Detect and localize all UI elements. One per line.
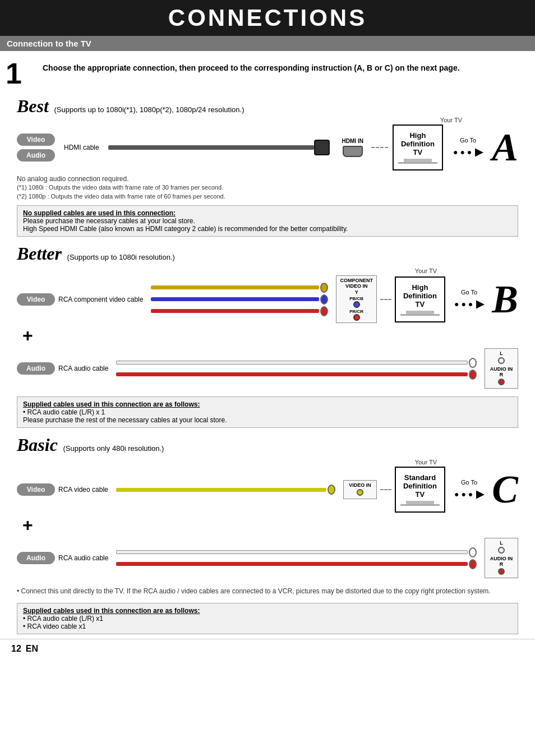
- better-audio-row: Audio RCA audio cable L AUDIO IN R: [17, 348, 518, 389]
- basic-video-cable: [116, 485, 335, 495]
- better-audio-port: L AUDIO IN R: [485, 348, 518, 389]
- basic-bottom-note: • Connect this unit directly to the TV. …: [11, 582, 524, 598]
- best-label: Best: [17, 96, 49, 116]
- basic-audio-cable: [116, 547, 477, 569]
- better-goto-label: Go To: [461, 289, 477, 296]
- basic-your-tv-label: Your TV: [415, 459, 437, 465]
- basic-video-badge: Video: [17, 483, 55, 496]
- basic-info-line2: • RCA video cable x1: [23, 623, 512, 630]
- better-arrow: ▶: [476, 298, 484, 310]
- best-footnote1: (*1) 1080i : Outputs the video data with…: [11, 183, 524, 192]
- better-video-cable: [151, 283, 328, 316]
- basic-audio-row: Audio RCA audio cable L AUDIO IN R: [17, 538, 518, 578]
- basic-goto-label: Go To: [461, 479, 477, 486]
- basic-arrow: ▶: [476, 488, 484, 500]
- best-goto: Go To ●●● ▶: [453, 137, 483, 158]
- hdmi-port-area: HDMI IN: [342, 138, 363, 157]
- basic-label: Basic: [17, 435, 58, 455]
- best-footnote2: (*2) 1080p : Outputs the video data with…: [11, 192, 524, 201]
- best-note: No analog audio connection required.: [11, 170, 524, 183]
- better-label: Better: [17, 243, 62, 264]
- dotted-connector: [371, 147, 388, 148]
- better-dots: ●●●: [454, 299, 475, 308]
- better-info-box: Supplied cables used in this connection …: [17, 397, 518, 428]
- better-tv-box: High Definition TV: [395, 276, 445, 322]
- step1-text: Choose the appropriate connection, then …: [43, 59, 460, 72]
- basic-section: Basic (Supports only 480i resolution.) Y…: [0, 432, 535, 634]
- best-info-title: No supplied cables are used in this conn…: [23, 209, 512, 217]
- better-audio-badge: Audio: [17, 362, 55, 375]
- best-info-line1: Please purchase the necessary cables at …: [23, 217, 512, 225]
- basic-diagram-area: Your TV Video RCA video cable VIDEO IN S…: [11, 455, 524, 582]
- best-connection-diagram: Video Audio HDMI cable HDMI IN High Defi…: [11, 125, 524, 170]
- page-number: 12: [11, 644, 21, 654]
- basic-quality-row: Basic (Supports only 480i resolution.): [11, 432, 524, 455]
- best-arrow: ▶: [475, 146, 483, 158]
- best-subtitle: (Supports up to 1080i(*1), 1080p(*2), 10…: [54, 105, 245, 114]
- better-audio-cable-label: RCA audio cable: [58, 365, 108, 372]
- step1-row: 1 Choose the appropriate connection, the…: [0, 51, 535, 94]
- basic-letter: C: [492, 470, 518, 509]
- better-video-row: Video RCA component video cable: [17, 275, 518, 323]
- best-info-box: No supplied cables are used in this conn…: [17, 205, 518, 237]
- basic-audio-cable-label: RCA audio cable: [58, 554, 108, 562]
- better-video-cable-label: RCA component video cable: [58, 296, 143, 303]
- page-footer: 12 EN: [0, 639, 535, 658]
- step-number: 1: [6, 59, 34, 88]
- hdmi-in-label: HDMI IN: [342, 138, 363, 144]
- hdmi-port-shape: [343, 146, 363, 157]
- better-info-line1: • RCA audio cable (L/R) x 1: [23, 408, 512, 416]
- better-your-tv-label: Your TV: [415, 268, 437, 274]
- basic-audio-port: L AUDIO IN R: [485, 538, 518, 578]
- basic-audio-badge: Audio: [17, 552, 55, 564]
- best-dots: ●●●: [453, 147, 474, 156]
- section-header-connection-tv: Connection to the TV: [0, 36, 535, 51]
- hdmi-cable-illustration: [108, 140, 330, 155]
- hdmi-cable-head: [314, 140, 330, 155]
- page-title: CONNECTIONS: [0, 4, 535, 31]
- page-header: CONNECTIONS: [0, 0, 535, 36]
- better-subtitle: (Supports up to 1080i resolution.): [67, 253, 175, 261]
- best-section: Best (Supports up to 1080i(*1), 1080p(*2…: [0, 94, 535, 237]
- best-letter: A: [492, 128, 518, 167]
- plus-between-better: +: [17, 325, 518, 346]
- better-quality-row: Better (Supports up to 1080i resolution.…: [11, 241, 524, 264]
- best-video-badge: Video: [17, 133, 55, 146]
- best-cable-label: HDMI cable: [64, 144, 99, 151]
- better-diagram-area: Your TV Video RCA component video cable: [11, 264, 524, 392]
- basic-dots: ●●●: [454, 490, 475, 499]
- best-goto-label: Go To: [460, 137, 476, 144]
- better-audio-cable: [116, 358, 477, 380]
- basic-info-line1: • RCA audio cable (L/R) x1: [23, 615, 512, 623]
- better-section: Better (Supports up to 1080i resolution.…: [0, 241, 535, 428]
- better-component-port: COMPONENT VIDEO IN Y PB/CB PR/CR: [336, 275, 377, 323]
- basic-tv-box: Standard Definition TV: [395, 467, 445, 513]
- basic-goto: Go To ●●● ▶: [454, 479, 484, 500]
- better-letter: B: [492, 280, 518, 319]
- basic-video-cable-label: RCA video cable: [58, 486, 108, 494]
- best-your-tv-label-row: Your TV: [11, 117, 524, 123]
- basic-video-row: Video RCA video cable VIDEO IN Standard …: [17, 467, 518, 513]
- best-tv-box: High Definition TV: [393, 125, 443, 170]
- best-audio-badge: Audio: [17, 149, 55, 162]
- best-quality-row: Best (Supports up to 1080i(*1), 1080p(*2…: [11, 94, 524, 117]
- better-info-title: Supplied cables used in this connection …: [23, 400, 512, 408]
- basic-info-title: Supplied cables used in this connection …: [23, 607, 512, 615]
- best-info-line2: High Speed HDMI Cable (also known as HDM…: [23, 225, 512, 233]
- better-goto: Go To ●●● ▶: [454, 289, 484, 310]
- plus-between-basic: +: [17, 515, 518, 536]
- basic-info-box: Supplied cables used in this connection …: [17, 603, 518, 634]
- basic-subtitle: (Supports only 480i resolution.): [63, 444, 164, 453]
- lang-label: EN: [26, 644, 38, 654]
- basic-video-port: VIDEO IN: [343, 480, 377, 499]
- best-badge-col: Video Audio: [17, 133, 55, 162]
- better-info-line2: Please purchase the rest of the necessar…: [23, 416, 512, 424]
- better-video-badge: Video: [17, 293, 55, 306]
